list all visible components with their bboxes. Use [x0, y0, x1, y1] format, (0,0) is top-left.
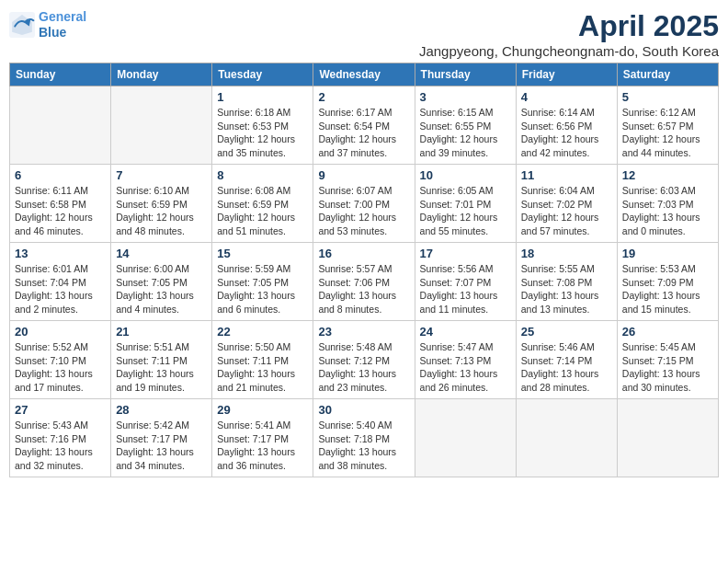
day-number: 1	[217, 90, 308, 104]
day-info: Sunrise: 5:52 AM Sunset: 7:10 PM Dayligh…	[15, 340, 106, 395]
day-number: 22	[217, 325, 308, 339]
day-info: Sunrise: 6:11 AM Sunset: 6:58 PM Dayligh…	[15, 184, 106, 238]
weekday-header-monday: Monday	[111, 63, 212, 86]
weekday-header-saturday: Saturday	[617, 63, 718, 86]
day-info: Sunrise: 6:17 AM Sunset: 6:54 PM Dayligh…	[318, 106, 409, 160]
week-row-2: 6Sunrise: 6:11 AM Sunset: 6:58 PM Daylig…	[10, 165, 719, 243]
day-number: 10	[420, 168, 511, 182]
day-info: Sunrise: 5:50 AM Sunset: 7:11 PM Dayligh…	[217, 340, 308, 395]
day-number: 20	[15, 325, 106, 339]
calendar-cell: 4Sunrise: 6:14 AM Sunset: 6:56 PM Daylig…	[516, 86, 617, 165]
calendar-cell: 8Sunrise: 6:08 AM Sunset: 6:59 PM Daylig…	[212, 165, 313, 243]
calendar-cell: 27Sunrise: 5:43 AM Sunset: 7:16 PM Dayli…	[10, 399, 111, 477]
day-number: 24	[420, 325, 511, 339]
day-info: Sunrise: 5:53 AM Sunset: 7:09 PM Dayligh…	[622, 262, 713, 316]
calendar-cell: 22Sunrise: 5:50 AM Sunset: 7:11 PM Dayli…	[212, 321, 313, 399]
calendar-cell: 21Sunrise: 5:51 AM Sunset: 7:11 PM Dayli…	[111, 321, 212, 399]
calendar-cell: 25Sunrise: 5:46 AM Sunset: 7:14 PM Dayli…	[516, 321, 617, 399]
day-number: 2	[318, 90, 409, 104]
day-info: Sunrise: 5:55 AM Sunset: 7:08 PM Dayligh…	[521, 262, 612, 316]
day-info: Sunrise: 5:59 AM Sunset: 7:05 PM Dayligh…	[217, 262, 308, 316]
day-info: Sunrise: 5:47 AM Sunset: 7:13 PM Dayligh…	[420, 340, 511, 395]
title-block: April 2025 Jangpyeong, Chungcheongnam-do…	[419, 9, 719, 59]
day-number: 7	[116, 168, 207, 182]
calendar-cell: 15Sunrise: 5:59 AM Sunset: 7:05 PM Dayli…	[212, 243, 313, 321]
calendar-cell: 20Sunrise: 5:52 AM Sunset: 7:10 PM Dayli…	[10, 321, 111, 399]
day-info: Sunrise: 6:01 AM Sunset: 7:04 PM Dayligh…	[15, 262, 106, 316]
week-row-1: 1Sunrise: 6:18 AM Sunset: 6:53 PM Daylig…	[10, 86, 719, 165]
day-number: 18	[521, 247, 612, 260]
day-number: 12	[622, 168, 713, 182]
calendar-cell: 24Sunrise: 5:47 AM Sunset: 7:13 PM Dayli…	[415, 321, 516, 399]
calendar-cell: 23Sunrise: 5:48 AM Sunset: 7:12 PM Dayli…	[313, 321, 415, 399]
calendar-cell: 1Sunrise: 6:18 AM Sunset: 6:53 PM Daylig…	[212, 86, 313, 165]
day-number: 3	[420, 90, 511, 104]
day-number: 26	[622, 325, 713, 339]
calendar-cell: 11Sunrise: 6:04 AM Sunset: 7:02 PM Dayli…	[516, 165, 617, 243]
day-info: Sunrise: 6:08 AM Sunset: 6:59 PM Dayligh…	[217, 184, 308, 238]
calendar-cell	[10, 86, 111, 165]
day-info: Sunrise: 6:15 AM Sunset: 6:55 PM Dayligh…	[420, 106, 511, 160]
day-info: Sunrise: 6:04 AM Sunset: 7:02 PM Dayligh…	[521, 184, 612, 238]
page-header: General Blue April 2025 Jangpyeong, Chun…	[9, 9, 719, 59]
day-number: 11	[521, 168, 612, 182]
day-info: Sunrise: 6:14 AM Sunset: 6:56 PM Dayligh…	[521, 106, 612, 160]
calendar-cell: 12Sunrise: 6:03 AM Sunset: 7:03 PM Dayli…	[617, 165, 718, 243]
logo: General Blue	[9, 9, 86, 40]
calendar-cell: 2Sunrise: 6:17 AM Sunset: 6:54 PM Daylig…	[313, 86, 415, 165]
week-row-3: 13Sunrise: 6:01 AM Sunset: 7:04 PM Dayli…	[10, 243, 719, 321]
day-info: Sunrise: 5:51 AM Sunset: 7:11 PM Dayligh…	[116, 340, 207, 395]
day-number: 30	[318, 403, 409, 417]
day-info: Sunrise: 6:03 AM Sunset: 7:03 PM Dayligh…	[622, 184, 713, 238]
calendar-cell: 18Sunrise: 5:55 AM Sunset: 7:08 PM Dayli…	[516, 243, 617, 321]
calendar-cell: 14Sunrise: 6:00 AM Sunset: 7:05 PM Dayli…	[111, 243, 212, 321]
day-number: 9	[318, 168, 409, 182]
day-number: 8	[217, 168, 308, 182]
month-title: April 2025	[419, 9, 719, 43]
weekday-header-tuesday: Tuesday	[212, 63, 313, 86]
calendar-cell	[415, 399, 516, 477]
day-info: Sunrise: 5:41 AM Sunset: 7:17 PM Dayligh…	[217, 419, 308, 473]
day-number: 21	[116, 325, 207, 339]
calendar-cell: 7Sunrise: 6:10 AM Sunset: 6:59 PM Daylig…	[111, 165, 212, 243]
weekday-header-sunday: Sunday	[10, 63, 111, 86]
day-number: 29	[217, 403, 308, 417]
calendar-cell: 28Sunrise: 5:42 AM Sunset: 7:17 PM Dayli…	[111, 399, 212, 477]
day-info: Sunrise: 5:46 AM Sunset: 7:14 PM Dayligh…	[521, 340, 612, 395]
day-number: 19	[622, 247, 713, 260]
day-info: Sunrise: 6:10 AM Sunset: 6:59 PM Dayligh…	[116, 184, 207, 238]
location-title: Jangpyeong, Chungcheongnam-do, South Kor…	[419, 43, 719, 59]
calendar-cell: 3Sunrise: 6:15 AM Sunset: 6:55 PM Daylig…	[415, 86, 516, 165]
day-number: 14	[116, 247, 207, 260]
weekday-header-thursday: Thursday	[415, 63, 516, 86]
logo-icon	[9, 12, 35, 38]
calendar-cell: 9Sunrise: 6:07 AM Sunset: 7:00 PM Daylig…	[313, 165, 415, 243]
day-number: 13	[15, 247, 106, 260]
day-number: 16	[318, 247, 409, 260]
day-number: 6	[15, 168, 106, 182]
day-info: Sunrise: 5:45 AM Sunset: 7:15 PM Dayligh…	[622, 340, 713, 395]
day-info: Sunrise: 6:00 AM Sunset: 7:05 PM Dayligh…	[116, 262, 207, 316]
calendar-cell	[111, 86, 212, 165]
calendar-cell: 29Sunrise: 5:41 AM Sunset: 7:17 PM Dayli…	[212, 399, 313, 477]
calendar-cell: 13Sunrise: 6:01 AM Sunset: 7:04 PM Dayli…	[10, 243, 111, 321]
day-number: 5	[622, 90, 713, 104]
day-info: Sunrise: 6:12 AM Sunset: 6:57 PM Dayligh…	[622, 106, 713, 160]
calendar-cell: 17Sunrise: 5:56 AM Sunset: 7:07 PM Dayli…	[415, 243, 516, 321]
weekday-header-friday: Friday	[516, 63, 617, 86]
day-info: Sunrise: 6:18 AM Sunset: 6:53 PM Dayligh…	[217, 106, 308, 160]
day-number: 17	[420, 247, 511, 260]
calendar-cell: 6Sunrise: 6:11 AM Sunset: 6:58 PM Daylig…	[10, 165, 111, 243]
calendar-cell: 19Sunrise: 5:53 AM Sunset: 7:09 PM Dayli…	[617, 243, 718, 321]
weekday-header-row: SundayMondayTuesdayWednesdayThursdayFrid…	[10, 63, 719, 86]
calendar-cell: 10Sunrise: 6:05 AM Sunset: 7:01 PM Dayli…	[415, 165, 516, 243]
day-info: Sunrise: 5:57 AM Sunset: 7:06 PM Dayligh…	[318, 262, 409, 316]
day-info: Sunrise: 6:07 AM Sunset: 7:00 PM Dayligh…	[318, 184, 409, 238]
day-info: Sunrise: 6:05 AM Sunset: 7:01 PM Dayligh…	[420, 184, 511, 238]
day-number: 23	[318, 325, 409, 339]
calendar-cell	[617, 399, 718, 477]
day-number: 4	[521, 90, 612, 104]
day-info: Sunrise: 5:48 AM Sunset: 7:12 PM Dayligh…	[318, 340, 409, 395]
day-info: Sunrise: 5:40 AM Sunset: 7:18 PM Dayligh…	[318, 419, 409, 473]
calendar-cell: 16Sunrise: 5:57 AM Sunset: 7:06 PM Dayli…	[313, 243, 415, 321]
